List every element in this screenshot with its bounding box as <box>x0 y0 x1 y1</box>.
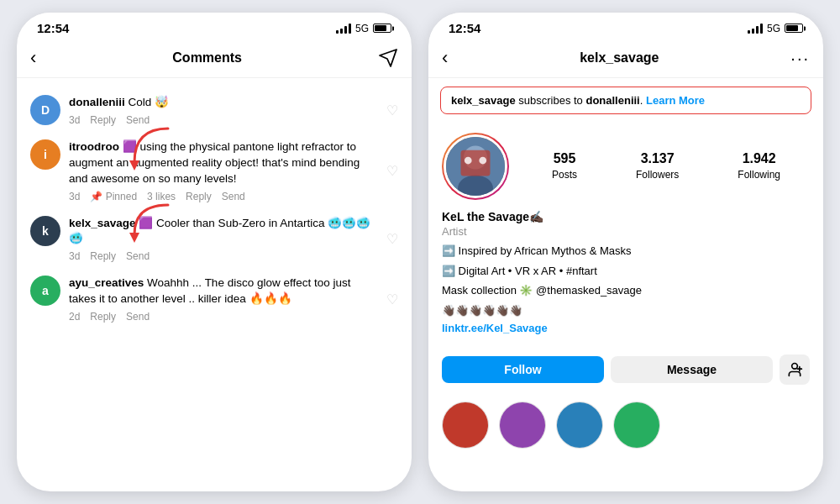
comment-body: donalleniii Cold 🤯 3d Reply Send <box>69 95 378 126</box>
comment-text: ayu_creatives Woahhh ... The disco glow … <box>69 276 378 307</box>
message-button[interactable]: Message <box>611 356 773 383</box>
add-user-button[interactable] <box>780 354 810 385</box>
comment-item: D donalleniii Cold 🤯 3d Reply Send ♡ <box>17 88 412 133</box>
comment-username[interactable]: kelx_savage <box>69 217 136 229</box>
profile-stats: 595 Posts 3.137 Followers 1.942 Followin… <box>522 151 810 181</box>
comment-username[interactable]: itroodroo <box>69 140 119 153</box>
like-button[interactable]: ♡ <box>386 291 398 307</box>
avatar[interactable]: D <box>30 95 60 125</box>
likes-count: 3 likes <box>147 191 176 202</box>
svg-rect-6 <box>461 150 491 176</box>
battery-icon-right <box>785 24 803 33</box>
followers-label: Followers <box>636 169 679 181</box>
profile-link[interactable]: linktr.ee/Kel_Savage <box>442 322 810 334</box>
stat-following[interactable]: 1.942 Following <box>738 151 780 181</box>
svg-point-8 <box>479 157 486 165</box>
comment-username[interactable]: donalleniii <box>69 96 125 108</box>
highlight-circle <box>613 402 660 449</box>
svg-marker-0 <box>380 50 396 66</box>
avatar[interactable]: i <box>30 139 60 170</box>
comment-time: 3d <box>69 114 80 126</box>
status-bar-left: 12:54 5G <box>17 13 412 40</box>
follow-button[interactable]: Follow <box>442 356 604 383</box>
comment-text: donalleniii Cold 🤯 <box>69 95 378 111</box>
comment-item: a ayu_creatives Woahhh ... The disco glo… <box>17 269 412 329</box>
profile-actions: Follow Message <box>442 354 810 385</box>
profile-display-name: KeL the Savage✍🏿 <box>442 210 810 223</box>
send-button[interactable]: Send <box>126 311 150 323</box>
comment-time: 2d <box>69 311 80 323</box>
back-button-left[interactable]: ‹ <box>30 47 36 69</box>
profile-content: kelx_savage subscribes to donalleniii. L… <box>428 78 823 491</box>
comment-username[interactable]: ayu_creatives <box>69 276 144 289</box>
profile-bio-line4: 👋🏿👋🏿👋🏿👋🏿👋🏿👋🏿 <box>442 302 810 319</box>
profile-username-header: kelx_savage <box>580 50 659 66</box>
comment-item: k kelx_savage 🟪 Cooler than Sub-Zero in … <box>17 209 412 270</box>
send-button[interactable]: Send <box>126 250 150 262</box>
comment-meta: 3d Reply Send <box>69 250 378 262</box>
avatar-placeholder: a <box>30 276 60 306</box>
status-time-right: 12:54 <box>449 21 480 35</box>
status-icons-left: 5G <box>336 23 391 34</box>
comment-item-with-arrow2: k kelx_savage 🟪 Cooler than Sub-Zero in … <box>17 209 412 270</box>
comment-body: kelx_savage 🟪 Cooler than Sub-Zero in An… <box>69 216 378 263</box>
highlight-item[interactable] <box>499 402 546 449</box>
status-time-left: 12:54 <box>37 21 69 35</box>
highlight-circle <box>442 402 489 449</box>
back-button-right[interactable]: ‹ <box>442 47 448 69</box>
highlight-item[interactable] <box>613 402 660 449</box>
subscriber-name: kelx_savage <box>451 94 516 107</box>
stat-followers[interactable]: 3.137 Followers <box>636 151 679 181</box>
more-options-button[interactable]: ··· <box>790 49 810 68</box>
pinned-badge: 📌 Pinned <box>90 191 137 202</box>
comment-time: 3d <box>69 191 80 202</box>
following-count: 1.942 <box>738 151 780 166</box>
like-button[interactable]: ♡ <box>386 163 398 179</box>
posts-count: 595 <box>552 151 577 166</box>
profile-bio-line1: ➡️ Inspired by African Mythos & Masks <box>442 243 810 260</box>
comment-body: itroodroo 🟪 using the physical pantone l… <box>69 139 378 202</box>
profile-avatar-inner <box>444 134 507 198</box>
send-button[interactable]: Send <box>126 114 150 126</box>
battery-icon-left <box>373 24 391 33</box>
highlight-circle <box>499 402 546 449</box>
svg-point-7 <box>465 157 472 165</box>
comments-phone: 12:54 5G ‹ Comments <box>17 13 412 491</box>
profile-avatar-ring[interactable] <box>442 133 509 200</box>
like-button[interactable]: ♡ <box>386 231 398 247</box>
comments-header: ‹ Comments <box>17 40 412 78</box>
avatar[interactable]: a <box>30 276 60 306</box>
comment-text: kelx_savage 🟪 Cooler than Sub-Zero in An… <box>69 216 378 248</box>
avatar-placeholder: k <box>30 216 60 246</box>
comments-title: Comments <box>172 50 242 66</box>
reply-button[interactable]: Reply <box>90 311 116 323</box>
profile-info: 595 Posts 3.137 Followers 1.942 Followin… <box>428 123 823 344</box>
subscription-banner: kelx_savage subscribes to donalleniii. L… <box>440 87 811 114</box>
following-label: Following <box>738 169 780 181</box>
profile-bio-line2: ➡️ Digital Art • VR x AR • #nftart <box>442 263 810 280</box>
avatar-placeholder: i <box>30 139 60 170</box>
subscribed-to: donalleniii <box>585 94 639 107</box>
profile-phone: 12:54 5G ‹ kelx_savage ··· <box>428 13 823 491</box>
stat-posts[interactable]: 595 Posts <box>552 151 577 181</box>
comment-time: 3d <box>69 250 80 262</box>
followers-count: 3.137 <box>636 151 679 166</box>
reply-button[interactable]: Reply <box>186 191 212 202</box>
network-label-left: 5G <box>355 23 369 34</box>
send-icon[interactable] <box>378 48 398 68</box>
comments-list: D donalleniii Cold 🤯 3d Reply Send ♡ <box>17 78 412 491</box>
reply-button[interactable]: Reply <box>90 114 116 126</box>
send-button[interactable]: Send <box>222 191 245 202</box>
learn-more-link[interactable]: Learn More <box>646 94 705 107</box>
reply-button[interactable]: Reply <box>90 250 116 262</box>
profile-header: ‹ kelx_savage ··· <box>428 40 823 78</box>
avatar[interactable]: k <box>30 216 60 246</box>
comment-meta: 2d Reply Send <box>69 311 378 323</box>
highlight-item[interactable] <box>556 402 603 449</box>
signal-icon-left <box>336 24 351 34</box>
like-button[interactable]: ♡ <box>386 102 398 118</box>
status-icons-right: 5G <box>748 23 803 34</box>
highlight-circle <box>556 402 603 449</box>
comment-body: ayu_creatives Woahhh ... The disco glow … <box>69 276 378 323</box>
highlight-item[interactable] <box>442 402 489 449</box>
